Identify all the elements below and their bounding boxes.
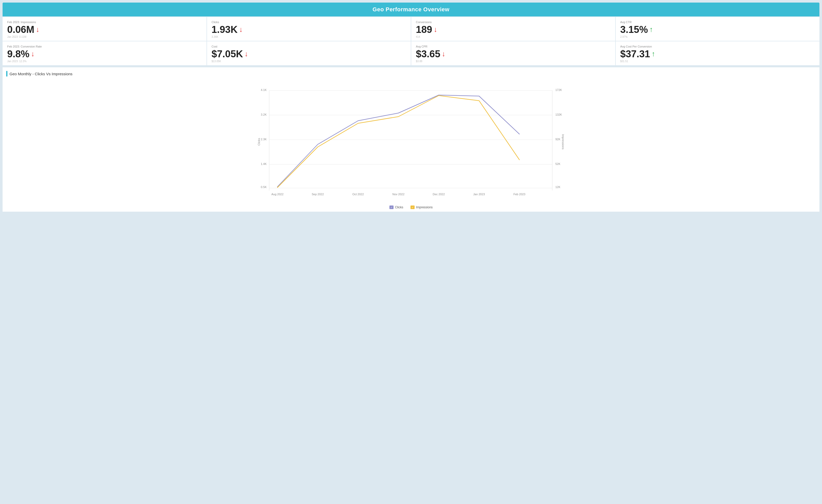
metric-avg-cost-per-conversion-label: Avg Cost Per Conversion xyxy=(621,45,815,48)
metric-cost-label: Cost xyxy=(212,45,406,48)
svg-text:0.5K: 0.5K xyxy=(261,185,267,188)
metric-conversions-label: Conversions xyxy=(416,21,610,24)
arrow-down-icon: ↓ xyxy=(245,50,248,58)
metric-avg-ctr-value: 3.15% xyxy=(621,25,648,34)
chart-legend: ✓ Clicks ✓ Impressions xyxy=(6,205,816,209)
svg-text:172K: 172K xyxy=(555,88,562,91)
metric-avg-cpr-sub: $3.88 xyxy=(416,60,610,63)
metric-cost: Cost $7.05K ↓ $13.05K xyxy=(207,41,411,65)
metric-impressions-sub: Jan 2023: 0.11M xyxy=(7,35,202,38)
metric-avg-ctr: Avg CTR 3.15% ↑ 2.97% xyxy=(616,17,820,41)
page-wrapper: Geo Performance Overview Feb 2023: Impre… xyxy=(0,0,822,214)
metric-avg-cost-per-conversion-value: $37.31 xyxy=(621,49,650,59)
arrow-up-icon: ↑ xyxy=(650,26,653,33)
metric-impressions-value: 0.06M xyxy=(7,25,34,34)
legend-impressions: ✓ Impressions xyxy=(410,205,433,209)
metric-conversion-rate-label: Feb 2023: Conversion Rate xyxy=(7,45,202,48)
svg-text:52K: 52K xyxy=(555,162,560,165)
svg-text:2.3K: 2.3K xyxy=(261,138,267,141)
metric-conversions-value: 189 xyxy=(416,25,432,34)
arrow-down-icon: ↓ xyxy=(31,50,35,58)
metric-conversions-sub: 414 xyxy=(416,35,610,38)
svg-text:Dec 2022: Dec 2022 xyxy=(433,193,445,196)
metric-avg-cpr-label: Avg CPR xyxy=(416,45,610,48)
legend-clicks-label: Clicks xyxy=(395,205,403,209)
metric-avg-cpr: Avg CPR $3.65 ↓ $3.88 xyxy=(411,41,615,65)
page-header: Geo Performance Overview xyxy=(3,3,819,16)
metric-cost-sub: $13.05K xyxy=(212,60,406,63)
chart-section: Geo Monthly - Clicks Vs Impressions 4.1K… xyxy=(3,67,819,212)
metric-conversions: Conversions 189 ↓ 414 xyxy=(411,17,615,41)
metric-avg-cost-per-conversion-sub: $31.51 xyxy=(621,60,815,63)
svg-text:92K: 92K xyxy=(555,138,560,141)
arrow-down-icon: ↓ xyxy=(434,26,437,33)
chart-title: Geo Monthly - Clicks Vs Impressions xyxy=(9,72,72,76)
metric-clicks-value: 1.93K xyxy=(212,25,238,34)
legend-clicks: ✓ Clicks xyxy=(389,205,403,209)
metric-impressions-label: Feb 2023: Impressions xyxy=(7,21,202,24)
metric-avg-ctr-sub: 2.97% xyxy=(621,35,815,38)
svg-text:Impressions: Impressions xyxy=(561,134,564,149)
metric-avg-cpr-value: $3.65 xyxy=(416,49,440,59)
metrics-row-1: Feb 2023: Impressions 0.06M ↓ Jan 2023: … xyxy=(3,17,819,41)
svg-text:12K: 12K xyxy=(555,185,560,188)
metric-clicks: Clicks 1.93K ↓ 3.36K xyxy=(207,17,411,41)
svg-text:Feb 2023: Feb 2023 xyxy=(513,193,525,196)
svg-text:Jan 2023: Jan 2023 xyxy=(473,193,485,196)
svg-text:Nov 2022: Nov 2022 xyxy=(392,193,404,196)
metrics-row-2: Feb 2023: Conversion Rate 9.8% ↓ Jan 202… xyxy=(3,41,819,65)
legend-impressions-label: Impressions xyxy=(416,205,433,209)
svg-text:Sep 2022: Sep 2022 xyxy=(312,193,324,196)
chart-title-accent xyxy=(6,71,7,76)
metric-avg-ctr-label: Avg CTR xyxy=(621,21,815,24)
metric-impressions: Feb 2023: Impressions 0.06M ↓ Jan 2023: … xyxy=(3,17,207,41)
arrow-down-icon: ↓ xyxy=(36,26,40,33)
svg-text:Clicks: Clicks xyxy=(258,138,261,146)
metric-conversion-rate-value: 9.8% xyxy=(7,49,30,59)
metric-clicks-label: Clicks xyxy=(212,21,406,24)
arrow-up-icon: ↑ xyxy=(652,50,655,58)
arrow-down-icon: ↓ xyxy=(442,50,445,58)
metric-clicks-sub: 3.36K xyxy=(212,35,406,38)
legend-impressions-color: ✓ xyxy=(410,205,415,209)
svg-text:Oct 2022: Oct 2022 xyxy=(352,193,364,196)
metric-conversion-rate: Feb 2023: Conversion Rate 9.8% ↓ Jan 202… xyxy=(3,41,207,65)
chart-area: 4.1K 3.2K 2.3K 1.4K 0.5K 172K 132K 92K 5… xyxy=(6,80,816,203)
svg-text:3.2K: 3.2K xyxy=(261,113,267,116)
svg-text:132K: 132K xyxy=(555,113,562,116)
chart-svg: 4.1K 3.2K 2.3K 1.4K 0.5K 172K 132K 92K 5… xyxy=(6,80,816,203)
metric-avg-cost-per-conversion: Avg Cost Per Conversion $37.31 ↑ $31.51 xyxy=(616,41,820,65)
arrow-down-icon: ↓ xyxy=(239,26,243,33)
header-title: Geo Performance Overview xyxy=(372,6,449,13)
chart-title-bar: Geo Monthly - Clicks Vs Impressions xyxy=(6,71,816,76)
svg-text:4.1K: 4.1K xyxy=(261,88,267,91)
metric-cost-value: $7.05K xyxy=(212,49,243,59)
legend-clicks-color: ✓ xyxy=(389,205,394,209)
svg-text:Aug 2022: Aug 2022 xyxy=(271,193,283,196)
metric-conversion-rate-sub: Jan 2023: 12.3% xyxy=(7,60,202,63)
svg-text:1.4K: 1.4K xyxy=(261,162,267,165)
